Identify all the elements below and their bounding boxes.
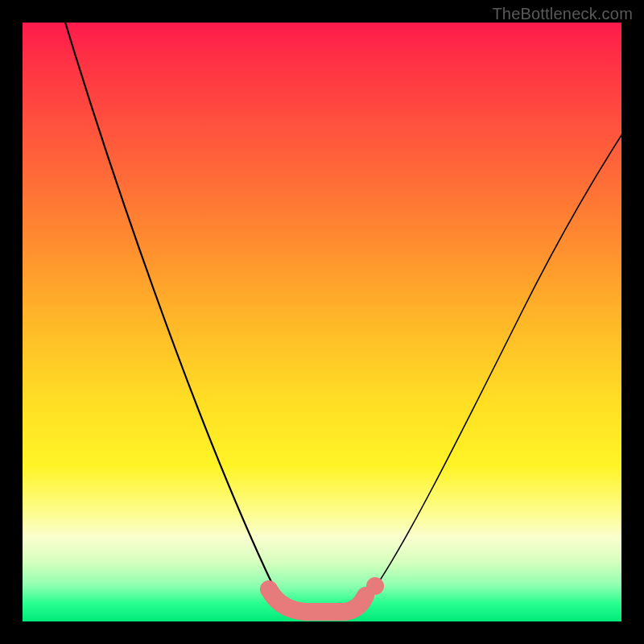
marker-dot xyxy=(366,577,384,595)
curve-left-branch xyxy=(58,0,287,605)
optimal-zone-highlight xyxy=(269,589,365,612)
chart-plot-area xyxy=(23,23,621,621)
watermark-text: TheBottleneck.com xyxy=(492,5,633,23)
bottleneck-curve-svg xyxy=(23,23,621,621)
chart-frame: TheBottleneck.com xyxy=(0,0,644,644)
curve-right-branch xyxy=(367,135,621,599)
